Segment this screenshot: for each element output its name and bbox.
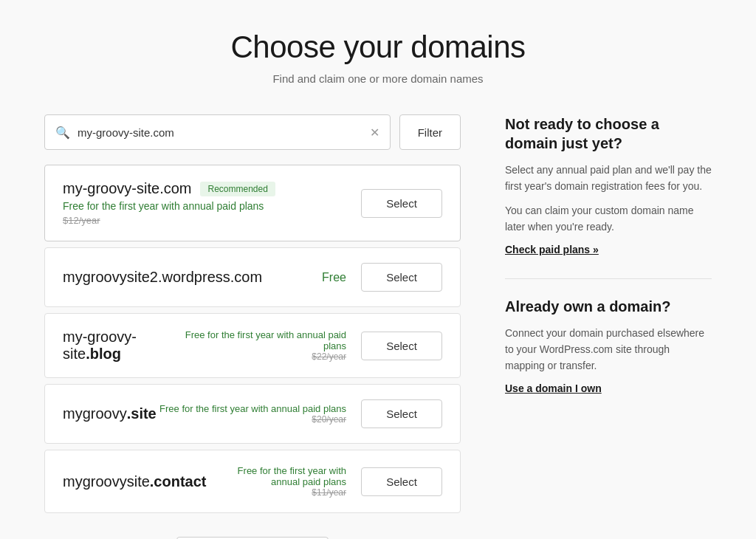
page-title: Choose your domains [44, 30, 712, 65]
free-label-wordpress: Free [322, 271, 346, 284]
search-box: 🔍 ✕ [44, 114, 391, 150]
domain-row-site: mygroovy.site Free for the first year wi… [44, 384, 461, 444]
domain-right-contact: Free for the first year with annual paid… [207, 465, 443, 498]
domain-name-row-featured: my-groovy-site.com Recommended [63, 180, 275, 197]
domain-left-featured: my-groovy-site.com Recommended Free for … [63, 180, 275, 226]
domain-name-wordpress: mygroovysite2.wordpress.com [63, 269, 262, 286]
sidebar-title-owndomain: Already own a domain? [505, 297, 712, 316]
blog-price-label: Free for the first year with annual paid… [184, 329, 346, 351]
main-layout: 🔍 ✕ Filter my-groovy-site.com Recommende… [44, 114, 712, 539]
use-domain-link[interactable]: Use a domain I own [505, 382, 602, 394]
domain-left-contact: mygroovysite.contact [63, 473, 207, 490]
domain-row-wordpress: mygroovysite2.wordpress.com Free Select [44, 247, 461, 307]
domain-right-wordpress: Free Select [322, 263, 442, 292]
domain-right-site: Free for the first year with annual paid… [159, 399, 442, 428]
contact-strike-price: $11/year [207, 487, 347, 498]
contact-price-label: Free for the first year with annual paid… [207, 465, 347, 487]
domain-name-blog: my-groovy-site.blog [63, 329, 184, 363]
select-button-contact[interactable]: Select [361, 467, 442, 496]
domain-row-featured: my-groovy-site.com Recommended Free for … [44, 165, 461, 241]
domain-right-blog: Free for the first year with annual paid… [184, 329, 442, 362]
sidebar-divider [505, 278, 712, 279]
left-column: 🔍 ✕ Filter my-groovy-site.com Recommende… [44, 114, 461, 539]
featured-strike-price: $12/year [63, 215, 275, 226]
price-block-site: Free for the first year with annual paid… [159, 403, 346, 425]
page-header: Choose your domains Find and claim one o… [44, 30, 712, 85]
search-row: 🔍 ✕ Filter [44, 114, 461, 150]
select-button-blog[interactable]: Select [361, 332, 442, 360]
page-subtitle: Find and claim one or more domain names [44, 72, 712, 85]
sidebar-text-notready-2: You can claim your custom domain name la… [505, 202, 712, 236]
sidebar-section-notready: Not ready to choose a domain just yet? S… [505, 114, 712, 256]
select-button-featured[interactable]: Select [361, 189, 442, 218]
blog-strike-price: $22/year [184, 351, 346, 362]
price-block-contact: Free for the first year with annual paid… [207, 465, 347, 498]
search-icon: 🔍 [55, 126, 70, 140]
select-button-site[interactable]: Select [361, 399, 442, 428]
sidebar-title-notready: Not ready to choose a domain just yet? [505, 114, 712, 153]
check-paid-plans-link[interactable]: Check paid plans » [505, 244, 599, 255]
site-price-label: Free for the first year with annual paid… [159, 403, 346, 414]
search-input[interactable] [78, 126, 370, 139]
right-column: Not ready to choose a domain just yet? S… [505, 114, 712, 539]
domain-left-wordpress: mygroovysite2.wordpress.com [63, 269, 262, 286]
domain-right-featured: Select [361, 189, 442, 218]
sidebar-section-owndomain: Already own a domain? Connect your domai… [505, 297, 712, 395]
domain-left-blog: my-groovy-site.blog [63, 329, 184, 363]
filter-button[interactable]: Filter [399, 114, 461, 150]
sidebar-text-notready-1: Select any annual paid plan and we'll pa… [505, 162, 712, 195]
domain-name-contact: mygroovysite.contact [63, 473, 207, 490]
sidebar-text-owndomain: Connect your domain purchased elsewhere … [505, 325, 712, 374]
recommended-badge: Recommended [200, 182, 275, 196]
domain-name-featured: my-groovy-site.com [63, 180, 191, 197]
select-button-wordpress[interactable]: Select [361, 263, 442, 292]
domain-row-contact: mygroovysite.contact Free for the first … [44, 450, 461, 513]
domain-row-blog: my-groovy-site.blog Free for the first y… [44, 313, 461, 378]
domain-name-site: mygroovy.site [63, 405, 157, 422]
featured-price-label: Free for the first year with annual paid… [63, 200, 275, 212]
site-strike-price: $20/year [159, 414, 346, 425]
clear-icon[interactable]: ✕ [370, 126, 379, 140]
price-block-blog: Free for the first year with annual paid… [184, 329, 346, 362]
results-list: my-groovy-site.com Recommended Free for … [44, 165, 461, 519]
domain-left-site: mygroovy.site [63, 405, 157, 422]
